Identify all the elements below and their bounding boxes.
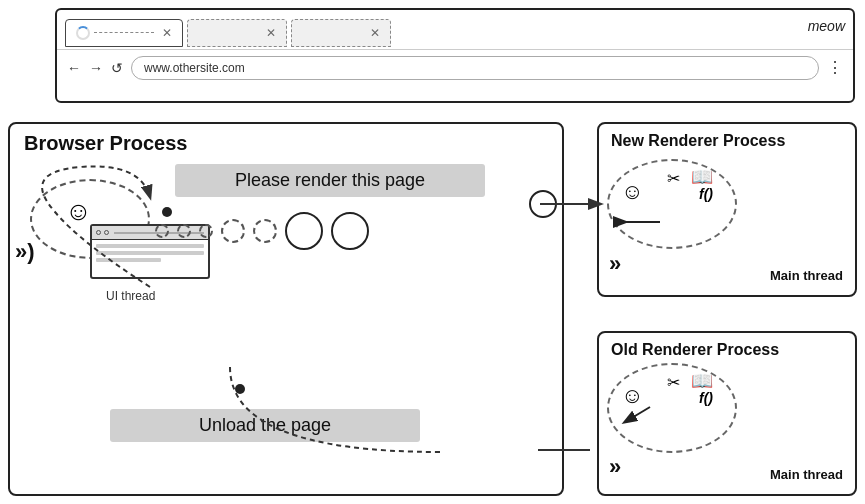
tab-3-close-icon[interactable]: ✕ bbox=[370, 26, 380, 40]
forward-button[interactable]: → bbox=[89, 60, 103, 76]
old-smiley: ☺ bbox=[621, 383, 643, 409]
old-function-label: f() bbox=[699, 390, 713, 406]
url-input[interactable] bbox=[131, 56, 819, 80]
dot-4 bbox=[221, 219, 245, 243]
message-render: Please render this page bbox=[175, 164, 485, 197]
meow-label: meow bbox=[808, 18, 845, 34]
new-renderer-box: New Renderer Process ☺ ✂ 📖 f() » Main th… bbox=[597, 122, 857, 297]
tab-title bbox=[94, 32, 154, 33]
loading-spinner bbox=[76, 26, 90, 40]
browser-process-box: Browser Process ☺ UI thread ») bbox=[8, 122, 564, 496]
old-chevrons: » bbox=[609, 454, 621, 480]
address-bar: ← → ↺ ⋮ bbox=[57, 50, 853, 85]
tab-2-close-icon[interactable]: ✕ bbox=[266, 26, 276, 40]
dot-5 bbox=[253, 219, 277, 243]
dot-3 bbox=[199, 224, 213, 238]
dots-row bbox=[155, 212, 369, 250]
dot-6 bbox=[285, 212, 323, 250]
menu-dots-icon[interactable]: ⋮ bbox=[827, 58, 843, 77]
dot-2 bbox=[177, 224, 191, 238]
book-icon: 📖 bbox=[691, 166, 713, 188]
message-unload: Unload the page bbox=[110, 409, 420, 442]
function-label: f() bbox=[699, 186, 713, 202]
old-renderer-box: Old Renderer Process ☺ ✂ 📖 f() » Main th… bbox=[597, 331, 857, 496]
new-renderer-label: New Renderer Process bbox=[611, 132, 785, 150]
diagram: Browser Process ☺ UI thread ») bbox=[0, 112, 865, 504]
old-scissors-icon: ✂ bbox=[667, 373, 680, 392]
boundary-circle bbox=[529, 190, 557, 218]
browser-process-label: Browser Process bbox=[24, 132, 187, 155]
tab-active[interactable]: ✕ bbox=[65, 19, 183, 47]
new-chevrons: » bbox=[609, 251, 621, 277]
new-smiley: ☺ bbox=[621, 179, 643, 205]
old-book-icon: 📖 bbox=[691, 370, 713, 392]
widget-dot-1 bbox=[96, 230, 101, 235]
back-button[interactable]: ← bbox=[67, 60, 81, 76]
tab-3[interactable]: ✕ bbox=[291, 19, 391, 47]
tab-bar: ✕ ✕ ✕ meow bbox=[57, 10, 853, 50]
browser-window: ✕ ✕ ✕ meow ← → ↺ ⋮ bbox=[55, 8, 855, 103]
new-main-thread-label: Main thread bbox=[770, 268, 843, 283]
ui-thread-label: UI thread bbox=[106, 289, 155, 303]
dot-1 bbox=[155, 224, 169, 238]
refresh-button[interactable]: ↺ bbox=[111, 60, 123, 76]
scissors-icon: ✂ bbox=[667, 169, 680, 188]
tab-close-icon[interactable]: ✕ bbox=[162, 26, 172, 40]
tab-2[interactable]: ✕ bbox=[187, 19, 287, 47]
widget-row-2 bbox=[96, 251, 204, 255]
chevrons-left: ») bbox=[15, 239, 35, 265]
dot-7 bbox=[331, 212, 369, 250]
widget-dot-2 bbox=[104, 230, 109, 235]
old-main-thread-label: Main thread bbox=[770, 467, 843, 482]
smiley-browser: ☺ bbox=[65, 196, 92, 227]
dot-unload-path bbox=[235, 384, 245, 394]
widget-row-3 bbox=[96, 258, 161, 262]
old-renderer-label: Old Renderer Process bbox=[611, 341, 779, 359]
